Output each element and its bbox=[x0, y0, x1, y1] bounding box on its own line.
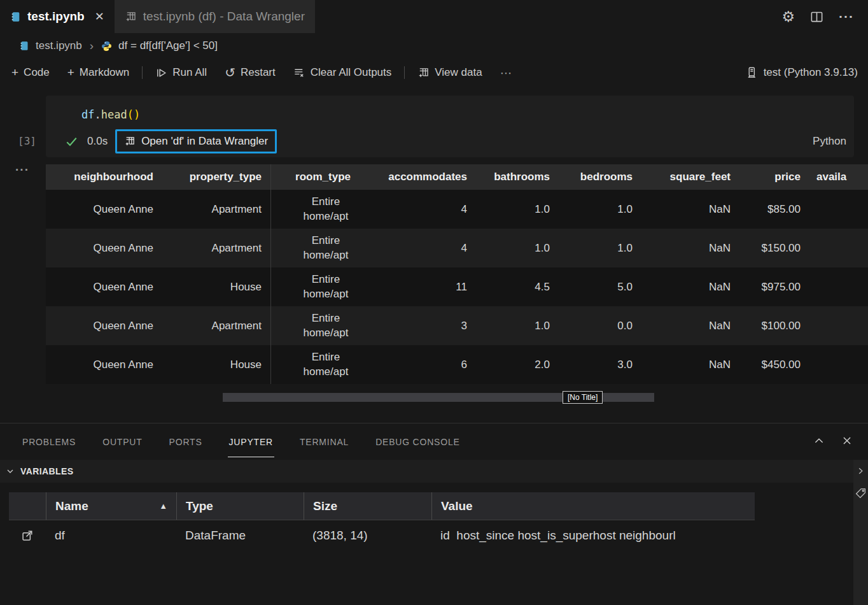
notebook-toolbar: + Code + Markdown Run All ↺ Restart bbox=[0, 59, 868, 87]
table-row: Queen Anne Apartment Entire home/apt 3 1… bbox=[46, 306, 868, 345]
panel-tab-bar: PROBLEMS OUTPUT PORTS JUPYTER TERMINAL D… bbox=[0, 424, 868, 459]
table-cell: $85.00 bbox=[739, 203, 809, 216]
table-cell: 1.0 bbox=[559, 242, 641, 255]
code-token-parens: () bbox=[127, 108, 140, 121]
variable-type: DataFrame bbox=[176, 529, 304, 543]
variable-row[interactable]: df DataFrame (3818, 14) id host_since ho… bbox=[9, 520, 755, 550]
variables-column-name[interactable]: Name ▲ bbox=[46, 492, 176, 520]
chevron-up-icon[interactable] bbox=[813, 435, 825, 446]
table-cell: NaN bbox=[641, 281, 739, 294]
table-cell: Apartment bbox=[162, 320, 270, 332]
table-cell: 6 bbox=[360, 359, 476, 371]
code-token-method: head bbox=[101, 108, 127, 121]
variables-section-header[interactable]: VARIABLES bbox=[0, 460, 858, 483]
variables-icon-column bbox=[9, 492, 46, 520]
run-all-icon bbox=[155, 67, 167, 79]
panel-tab-terminal[interactable]: TERMINAL bbox=[298, 425, 350, 457]
table-cell: NaN bbox=[641, 203, 739, 216]
table-row: Queen Anne Apartment Entire home/apt 4 1… bbox=[46, 190, 868, 229]
kernel-picker[interactable]: test (Python 3.9.13) bbox=[745, 66, 868, 79]
open-in-data-wrangler-button[interactable]: Open 'df' in Data Wrangler bbox=[115, 129, 277, 153]
panel-tab-jupyter[interactable]: JUPYTER bbox=[228, 425, 274, 457]
tab-data-wrangler[interactable]: test.ipynb (df) - Data Wrangler bbox=[115, 0, 315, 33]
code-token-dot: . bbox=[94, 108, 101, 121]
tag-icon[interactable] bbox=[855, 487, 867, 499]
table-cell: 3.0 bbox=[559, 359, 641, 371]
table-cell: 5.0 bbox=[559, 281, 641, 294]
window-actions: ⚙ ··· bbox=[781, 0, 868, 33]
restart-button[interactable]: ↺ Restart bbox=[216, 65, 284, 80]
table-cell: 1.0 bbox=[476, 320, 559, 332]
dataframe-output-table: neighbourhood property_type room_type ac… bbox=[46, 164, 868, 384]
table-cell: Apartment bbox=[162, 203, 270, 216]
variables-column-type[interactable]: Type bbox=[176, 492, 304, 520]
table-cell: 1.0 bbox=[476, 242, 559, 255]
more-icon: ⋯ bbox=[500, 66, 512, 80]
view-data-button[interactable]: View data bbox=[409, 66, 491, 79]
gear-icon[interactable]: ⚙ bbox=[781, 8, 795, 25]
open-in-data-wrangler-label: Open 'df' in Data Wrangler bbox=[141, 135, 268, 148]
panel-tab-problems[interactable]: PROBLEMS bbox=[21, 425, 77, 457]
chevron-right-icon[interactable] bbox=[856, 466, 865, 476]
success-check-icon bbox=[65, 135, 78, 148]
table-cell: Entire home/apt bbox=[270, 306, 360, 345]
scroll-tooltip: [No Title] bbox=[563, 391, 603, 404]
sort-ascending-icon: ▲ bbox=[159, 501, 167, 511]
table-cell: 0.0 bbox=[559, 320, 641, 332]
table-cell: Entire home/apt bbox=[270, 345, 360, 384]
output-menu-icon[interactable]: ··· bbox=[15, 163, 29, 177]
cell-duration: 0.0s bbox=[87, 135, 108, 148]
panel-tab-ports[interactable]: PORTS bbox=[168, 425, 204, 457]
data-wrangler-icon bbox=[125, 11, 137, 23]
run-all-button[interactable]: Run All bbox=[146, 66, 216, 79]
code-token-object: df bbox=[81, 108, 94, 121]
close-icon[interactable]: ✕ bbox=[95, 10, 104, 24]
add-markdown-button[interactable]: + Markdown bbox=[59, 66, 139, 80]
clear-outputs-label: Clear All Outputs bbox=[311, 66, 392, 79]
table-cell: NaN bbox=[641, 359, 739, 371]
editor-tab-bar: test.ipynb ✕ test.ipynb (df) - Data Wran… bbox=[0, 0, 868, 33]
restart-icon: ↺ bbox=[225, 65, 235, 80]
table-cell: House bbox=[162, 281, 270, 294]
table-cell: House bbox=[162, 359, 270, 371]
table-cell: 1.0 bbox=[559, 203, 641, 216]
table-cell: Queen Anne bbox=[46, 359, 162, 371]
code-cell[interactable]: df.head() 0.0s Open 'df' in Data Wrangle… bbox=[46, 96, 854, 157]
table-row: Queen Anne House Entire home/apt 11 4.5 … bbox=[46, 267, 868, 306]
data-wrangler-icon bbox=[124, 136, 136, 147]
run-all-label: Run All bbox=[172, 66, 207, 79]
toolbar-divider bbox=[404, 66, 405, 79]
variables-column-size[interactable]: Size bbox=[304, 492, 431, 520]
table-cell: 3 bbox=[360, 320, 476, 332]
cell-language-picker[interactable]: Python bbox=[813, 135, 846, 148]
kernel-label: test (Python 3.9.13) bbox=[764, 66, 858, 79]
clear-outputs-button[interactable]: Clear All Outputs bbox=[284, 66, 401, 79]
breadcrumb-file[interactable]: test.ipynb bbox=[36, 39, 82, 52]
add-code-button[interactable]: + Code bbox=[0, 66, 59, 80]
breadcrumb-cell[interactable]: df = df[df['Age'] < 50] bbox=[118, 39, 218, 52]
cell-code-editor[interactable]: df.head() bbox=[81, 108, 140, 121]
panel-right-rail bbox=[853, 460, 868, 605]
panel-tab-debug-console[interactable]: DEBUG CONSOLE bbox=[374, 425, 461, 457]
table-cell: Entire home/apt bbox=[270, 229, 360, 267]
tab-test-ipynb[interactable]: test.ipynb ✕ bbox=[0, 0, 115, 33]
variable-value: id host_since host_is_superhost neighbou… bbox=[431, 529, 755, 543]
variables-header-row: Name ▲ Type Size Value bbox=[9, 492, 755, 520]
restart-label: Restart bbox=[241, 66, 276, 79]
table-header-row: neighbourhood property_type room_type ac… bbox=[46, 164, 868, 190]
table-cell: $100.00 bbox=[739, 320, 809, 332]
add-markdown-label: Markdown bbox=[80, 66, 129, 79]
close-panel-icon[interactable] bbox=[841, 435, 853, 446]
more-actions-icon[interactable]: ··· bbox=[839, 9, 854, 24]
bottom-panel: PROBLEMS OUTPUT PORTS JUPYTER TERMINAL D… bbox=[0, 423, 868, 605]
variables-column-value[interactable]: Value bbox=[431, 492, 755, 520]
split-editor-icon[interactable] bbox=[810, 10, 823, 24]
table-cell: NaN bbox=[641, 242, 739, 255]
data-wrangler-icon bbox=[417, 67, 430, 79]
table-cell: Apartment bbox=[162, 242, 270, 255]
cell-status-bar: 0.0s Open 'df' in Data Wrangler Python bbox=[46, 129, 854, 153]
toolbar-more-button[interactable]: ⋯ bbox=[491, 66, 521, 80]
table-body: Queen Anne Apartment Entire home/apt 4 1… bbox=[46, 190, 868, 384]
panel-tab-output[interactable]: OUTPUT bbox=[101, 425, 143, 457]
open-variable-icon[interactable] bbox=[9, 529, 46, 542]
